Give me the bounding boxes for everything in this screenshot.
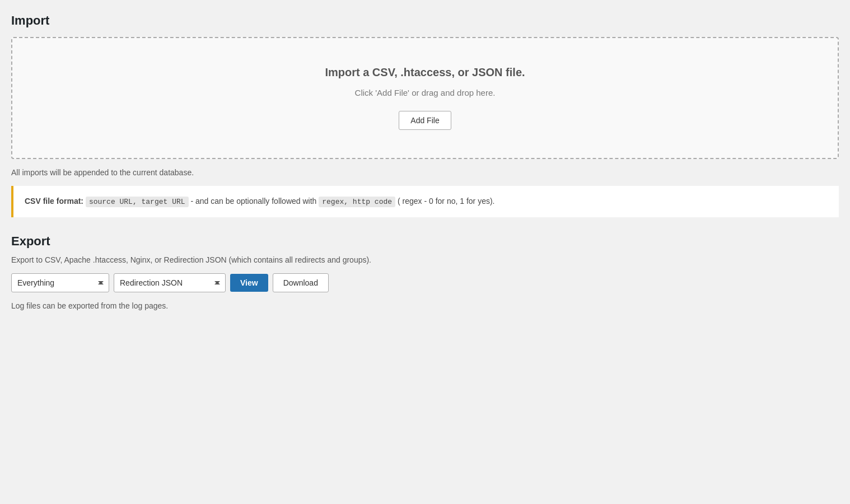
- download-button[interactable]: Download: [273, 273, 329, 292]
- csv-code-source-target: source URL, target URL: [86, 197, 189, 207]
- import-info-text: All imports will be appended to the curr…: [11, 168, 839, 177]
- export-format-select[interactable]: Redirection JSON CSV Apache .htaccess Ng…: [114, 273, 226, 292]
- drop-zone-main-text: Import a CSV, .htaccess, or JSON file.: [24, 66, 826, 79]
- drop-zone-sub-text: Click 'Add File' or drag and drop here.: [24, 88, 826, 97]
- csv-format-label: CSV file format:: [25, 197, 83, 206]
- add-file-button[interactable]: Add File: [399, 111, 451, 130]
- export-description: Export to CSV, Apache .htaccess, Nginx, …: [11, 255, 839, 264]
- csv-middle-text: - and can be optionally followed with: [190, 197, 319, 206]
- log-export-note: Log files can be exported from the log p…: [11, 301, 839, 310]
- export-scope-select[interactable]: Everything Groups Redirects: [11, 273, 109, 292]
- export-controls: Everything Groups Redirects Redirection …: [11, 273, 839, 292]
- import-title: Import: [11, 13, 839, 28]
- drop-zone[interactable]: Import a CSV, .htaccess, or JSON file. C…: [11, 37, 839, 159]
- csv-format-note: CSV file format: source URL, target URL …: [11, 186, 839, 217]
- export-title: Export: [11, 234, 839, 249]
- csv-code-regex-http: regex, http code: [319, 197, 395, 207]
- csv-suffix-text: ( regex - 0 for no, 1 for yes).: [398, 197, 495, 206]
- view-button[interactable]: View: [230, 274, 268, 292]
